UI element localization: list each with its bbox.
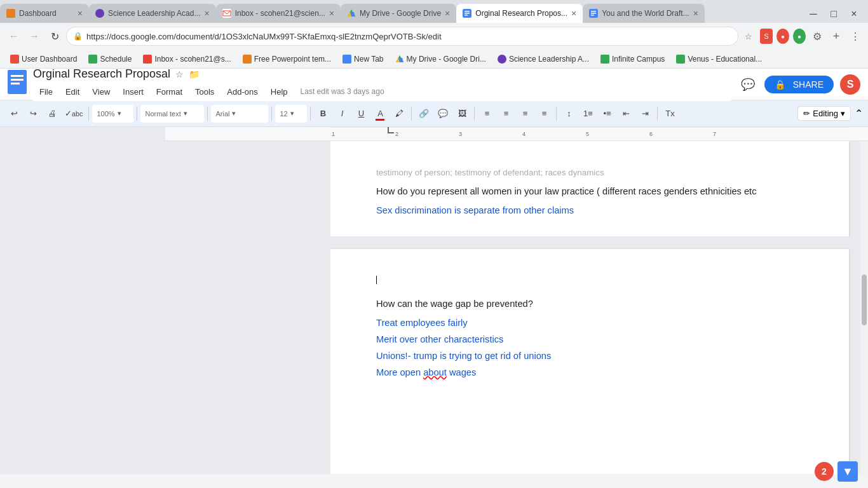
menu-edit[interactable]: Edit bbox=[59, 85, 86, 99]
page-2-bullet3-link[interactable]: Unions!- trump is trying to get rid of u… bbox=[376, 351, 551, 361]
bookmark-label-sla: Science Leadership A... bbox=[509, 55, 589, 64]
extension3-button[interactable]: ● bbox=[793, 29, 806, 44]
menu-file[interactable]: File bbox=[33, 85, 59, 99]
address-bar[interactable]: 🔒 https://docs.google.com/document/d/1OS… bbox=[66, 27, 738, 46]
back-button[interactable]: ← bbox=[5, 27, 23, 45]
reload-button[interactable]: ↻ bbox=[46, 27, 64, 45]
docs-title[interactable]: Orginal Research Proposal bbox=[33, 67, 170, 81]
expand-button[interactable]: ⌃ bbox=[855, 107, 863, 119]
menu-view[interactable]: View bbox=[86, 85, 116, 99]
comments-icon[interactable]: 💬 bbox=[738, 74, 758, 95]
tab-close-sla[interactable]: × bbox=[204, 8, 209, 18]
highlight-color-button[interactable]: 🖍 bbox=[390, 104, 408, 123]
align-center-button[interactable]: ≡ bbox=[497, 104, 515, 123]
page-2-bullet4-pre[interactable]: More open about wages bbox=[376, 367, 476, 377]
tab-close-worlddraft[interactable]: × bbox=[693, 8, 698, 18]
italic-button[interactable]: I bbox=[333, 104, 351, 123]
font-name-select[interactable]: Arial ▾ bbox=[211, 105, 268, 123]
underline-button[interactable]: U bbox=[352, 104, 370, 123]
tab-stop-indicator bbox=[388, 127, 394, 133]
notification-count-label: 2 bbox=[822, 466, 827, 474]
tab-close-drive[interactable]: × bbox=[445, 8, 450, 18]
tab-close-proposal[interactable]: × bbox=[571, 8, 576, 18]
align-right-button[interactable]: ≡ bbox=[516, 104, 534, 123]
page-2-bullet1: Treat employees fairly bbox=[376, 316, 803, 330]
docs-logo-icon bbox=[8, 70, 27, 98]
bookmark-venus[interactable]: Venus - Educational... bbox=[671, 53, 767, 65]
line-spacing-button[interactable]: ↕ bbox=[560, 104, 578, 123]
extension4-button[interactable]: ⚙ bbox=[810, 29, 825, 44]
restore-button[interactable]: □ bbox=[825, 5, 843, 23]
page-2-question: How can the wage gap be prevented? bbox=[376, 297, 803, 311]
docs-toolbar: ↩ ↪ 🖨 ✓abc 100% ▾ Normal text ▾ Arial ▾ … bbox=[0, 100, 868, 127]
tab-drive[interactable]: My Drive - Google Drive × bbox=[341, 4, 456, 23]
forward-button[interactable]: → bbox=[25, 27, 43, 45]
bookmark-schedule[interactable]: Schedule bbox=[83, 53, 137, 65]
text-color-button[interactable]: A bbox=[371, 104, 389, 123]
menu-insert[interactable]: Insert bbox=[116, 85, 150, 99]
bookmark-powerpoint[interactable]: Free Powerpoint tem... bbox=[238, 53, 336, 65]
spellcheck-button[interactable]: ✓abc bbox=[62, 104, 85, 123]
user-avatar[interactable]: S bbox=[840, 74, 860, 95]
font-style-value: Normal text bbox=[145, 110, 180, 118]
bookmark-sla[interactable]: Science Leadership A... bbox=[492, 53, 594, 65]
bookmark-star-button[interactable]: ☆ bbox=[741, 29, 756, 44]
scrollbar-thumb[interactable] bbox=[862, 274, 867, 325]
tab-inbox[interactable]: Inbox - scohen21@scien... × bbox=[216, 4, 341, 23]
tab-dashboard[interactable]: Dashboard × bbox=[0, 4, 89, 23]
page-2-question-text: How can the wage gap be prevented? bbox=[376, 299, 533, 309]
extension-button[interactable]: S bbox=[760, 29, 773, 44]
menu-tools[interactable]: Tools bbox=[189, 85, 220, 99]
page-1-content: testimony of person; testimony of defend… bbox=[376, 166, 803, 217]
page-2-bullet4-post-text: wages bbox=[447, 367, 476, 377]
bookmark-newtab[interactable]: New Tab bbox=[337, 53, 388, 65]
insert-comment-button[interactable]: 💬 bbox=[434, 104, 452, 123]
bookmark-drive[interactable]: My Drive - Google Dri... bbox=[390, 53, 491, 65]
bookmark-infinite[interactable]: Infinite Campus bbox=[595, 53, 670, 65]
bookmark-inbox[interactable]: Inbox - scohen21@s... bbox=[138, 53, 236, 65]
folder-icon[interactable]: 📁 bbox=[189, 69, 200, 79]
page-2-bullet2-link[interactable]: Merit over other characteristics bbox=[376, 334, 503, 344]
insert-image-button[interactable]: 🖼 bbox=[453, 104, 471, 123]
menu-help[interactable]: Help bbox=[264, 85, 294, 99]
tab-close-inbox[interactable]: × bbox=[329, 8, 334, 18]
tab-sla[interactable]: Science Leadership Acad... × bbox=[89, 4, 216, 23]
tab-worlddraft[interactable]: You and the World Draft... × bbox=[583, 4, 705, 23]
clear-format-button[interactable]: Tx bbox=[661, 104, 679, 123]
tab-proposal[interactable]: Orginal Research Propos... × bbox=[456, 4, 583, 23]
decrease-indent-button[interactable]: ⇤ bbox=[617, 104, 635, 123]
zoom-select[interactable]: 100% ▾ bbox=[92, 105, 133, 123]
star-icon[interactable]: ☆ bbox=[175, 69, 184, 79]
bookmark-favicon-sla bbox=[498, 55, 506, 64]
add-tab-button[interactable]: + bbox=[829, 29, 844, 44]
print-button[interactable]: 🖨 bbox=[43, 104, 61, 123]
numbered-list-button[interactable]: 1≡ bbox=[579, 104, 597, 123]
menu-format[interactable]: Format bbox=[150, 85, 189, 99]
extension2-button[interactable]: ● bbox=[776, 29, 789, 44]
bookmark-favicon-schedule bbox=[88, 55, 97, 64]
bullet-list-button[interactable]: •≡ bbox=[598, 104, 616, 123]
notification-count-badge[interactable]: 2 bbox=[815, 462, 834, 474]
font-size-select[interactable]: 12 ▾ bbox=[275, 105, 307, 123]
page-2-bullet1-link[interactable]: Treat employees fairly bbox=[376, 318, 468, 328]
bookmark-dashboard[interactable]: User Dashboard bbox=[5, 53, 82, 65]
page-1-link[interactable]: Sex discrimination is separate from othe… bbox=[376, 205, 574, 215]
svg-rect-17 bbox=[11, 79, 24, 81]
undo-button[interactable]: ↩ bbox=[5, 104, 23, 123]
menu-button[interactable]: ⋮ bbox=[848, 29, 863, 44]
close-window-button[interactable]: × bbox=[845, 5, 863, 23]
tab-close-dashboard[interactable]: × bbox=[78, 8, 83, 18]
share-button[interactable]: 🔒 SHARE bbox=[764, 76, 834, 93]
menu-addons[interactable]: Add-ons bbox=[220, 85, 264, 99]
editing-mode-select[interactable]: ✏ Editing ▾ bbox=[797, 106, 851, 121]
align-justify-button[interactable]: ≡ bbox=[535, 104, 553, 123]
tab-label-sla: Science Leadership Acad... bbox=[108, 9, 200, 18]
insert-link-button[interactable]: 🔗 bbox=[415, 104, 433, 123]
scroll-to-edit-button[interactable]: ▼ bbox=[837, 461, 858, 474]
bold-button[interactable]: B bbox=[314, 104, 332, 123]
minimize-button[interactable]: ─ bbox=[804, 5, 822, 23]
increase-indent-button[interactable]: ⇥ bbox=[636, 104, 654, 123]
redo-button[interactable]: ↪ bbox=[24, 104, 42, 123]
font-style-select[interactable]: Normal text ▾ bbox=[140, 105, 204, 123]
align-left-button[interactable]: ≡ bbox=[478, 104, 496, 123]
